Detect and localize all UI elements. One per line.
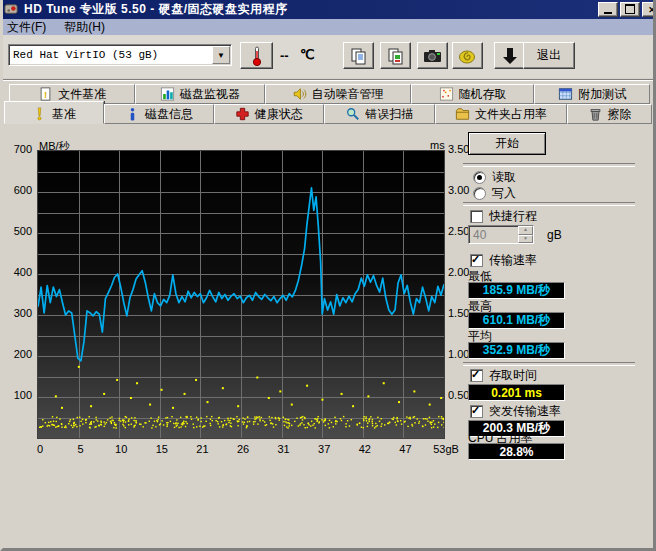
short-stroke-checkbox[interactable] (470, 210, 483, 223)
tab-erase[interactable]: 擦除 (567, 104, 652, 124)
read-radio-label: 读取 (492, 169, 516, 186)
control-panel: 开始 读取 写入 快捷行程 40 ▲▼ gB 传输速率 最低 185.9 MB/… (455, 130, 655, 470)
tab-aam[interactable]: 自动噪音管理 (265, 84, 411, 104)
tab-label: 自动噪音管理 (312, 86, 384, 103)
start-button-label: 开始 (495, 135, 519, 152)
x-axis-tick: 37 (304, 443, 344, 455)
file-benchmark-icon: ! (38, 87, 53, 101)
maximize-button[interactable] (620, 2, 640, 17)
aam-button[interactable] (452, 42, 483, 69)
tab-disk-info[interactable]: 磁盘信息 (104, 104, 214, 124)
minimize-icon (604, 12, 612, 14)
x-axis-tick: 42 (345, 443, 385, 455)
max-value: 610.1 MB/秒 (483, 312, 550, 329)
tab-health[interactable]: 健康状态 (214, 104, 324, 124)
short-stroke-row[interactable]: 快捷行程 (470, 208, 537, 225)
benchmark-chart-canvas (38, 151, 444, 438)
write-radio[interactable] (473, 187, 486, 200)
left-axis-tick: 100 (2, 389, 32, 401)
toolbar: Red Hat VirtIO (53 gB) ▼ -- ℃ 退出 (0, 35, 656, 78)
copy-icon (350, 47, 368, 65)
tab-disk-monitor[interactable]: 磁盘监视器 (135, 84, 264, 104)
tab-extra-tests[interactable]: 附加测试 (534, 84, 650, 104)
x-axis-tick: 47 (385, 443, 425, 455)
chevron-down-icon[interactable]: ▼ (212, 46, 230, 64)
exit-button[interactable]: 退出 (523, 42, 575, 69)
write-radio-row[interactable]: 写入 (473, 185, 516, 202)
window-title: HD Tune 专业版 5.50 - 硬盘/固态硬盘实用程序 (24, 1, 287, 18)
temperature-button[interactable] (240, 42, 273, 69)
left-axis-tick: 700 (2, 143, 32, 155)
transfer-rate-label: 传输速率 (489, 252, 537, 269)
separator (463, 202, 635, 206)
health-cross-icon (235, 107, 250, 121)
tab-label: 随机存取 (459, 86, 507, 103)
burst-rate-checkbox[interactable] (470, 405, 483, 418)
x-axis-tick: 0 (20, 443, 60, 455)
x-axis-tick: 15 (142, 443, 182, 455)
magnifier-icon (345, 107, 360, 121)
extra-tests-icon (558, 87, 573, 101)
left-axis-tick: 200 (2, 348, 32, 360)
cpu-value-box: 28.8% (468, 443, 565, 460)
minimize-button[interactable] (598, 2, 618, 17)
tab-benchmark[interactable]: 基准 (4, 101, 104, 124)
copy-text-button[interactable] (343, 42, 374, 69)
transfer-rate-checkbox[interactable] (470, 254, 483, 267)
separator (463, 163, 635, 167)
menu-help[interactable]: 帮助(H) (64, 19, 105, 36)
start-button[interactable]: 开始 (468, 132, 546, 155)
read-radio-row[interactable]: 读取 (473, 169, 516, 186)
folder-icon (455, 107, 470, 121)
title-bar: HD Tune 专业版 5.50 - 硬盘/固态硬盘实用程序 ✕ (0, 0, 656, 19)
left-axis-tick: 600 (2, 184, 32, 196)
read-radio[interactable] (473, 171, 486, 184)
avg-value-box: 352.9 MB/秒 (468, 342, 565, 359)
save-button[interactable] (494, 42, 525, 69)
tab-label: 磁盘信息 (145, 106, 193, 123)
capacity-value: 40 (469, 226, 518, 243)
tab-label: 基准 (52, 106, 76, 123)
disk-monitor-icon (160, 87, 175, 101)
copy-image-button[interactable] (380, 42, 411, 69)
temperature-value: -- (280, 48, 289, 63)
short-stroke-label: 快捷行程 (489, 208, 537, 225)
menu-bar: 文件(F) 帮助(H) (0, 19, 656, 35)
access-time-checkbox[interactable] (470, 369, 483, 382)
spin-down-icon[interactable]: ▼ (518, 235, 533, 244)
tab-label: 文件夹占用率 (475, 106, 547, 123)
left-axis-tick: 500 (2, 225, 32, 237)
x-axis-tick: 31 (264, 443, 304, 455)
snail-shell-icon (458, 48, 477, 64)
min-value: 185.9 MB/秒 (483, 282, 550, 299)
capacity-spinner[interactable]: 40 ▲▼ (468, 225, 534, 244)
spin-up-icon[interactable]: ▲ (518, 226, 533, 235)
benchmark-icon (32, 107, 47, 121)
tab-label: 磁盘监视器 (180, 86, 240, 103)
access-time-label: 存取时间 (489, 367, 537, 384)
speaker-icon (292, 87, 307, 101)
x-axis-tick: 5 (61, 443, 101, 455)
drive-select[interactable]: Red Hat VirtIO (53 gB) ▼ (8, 44, 232, 66)
screenshot-button[interactable] (417, 42, 448, 69)
tab-random-access[interactable]: 随机存取 (411, 84, 535, 104)
thermometer-icon (251, 46, 263, 66)
maximize-icon (625, 4, 635, 14)
temperature-unit: ℃ (300, 47, 315, 62)
hd-tune-window: { "window": { "title": "HD Tune 专业版 5.50… (0, 0, 656, 551)
tab-row-primary: 基准 磁盘信息 健康状态 错误扫描 文件夹占用率 擦除 (4, 104, 652, 124)
tab-label: 附加测试 (578, 86, 626, 103)
tab-error-scan[interactable]: 错误扫描 (324, 104, 436, 124)
access-time-row[interactable]: 存取时间 (470, 367, 537, 384)
copy-image-icon (387, 47, 405, 65)
trash-icon (588, 107, 603, 121)
arrow-down-icon (502, 47, 518, 65)
tab-folder-usage[interactable]: 文件夹占用率 (435, 104, 567, 124)
tab-label: 错误扫描 (365, 106, 413, 123)
transfer-rate-row[interactable]: 传输速率 (470, 252, 537, 269)
separator (463, 362, 635, 366)
random-access-icon (439, 87, 454, 101)
burst-rate-row[interactable]: 突发传输速率 (470, 403, 561, 420)
menu-file[interactable]: 文件(F) (7, 19, 46, 36)
close-button[interactable]: ✕ (642, 2, 656, 17)
